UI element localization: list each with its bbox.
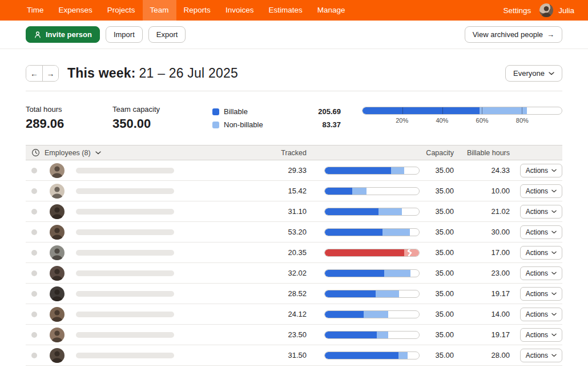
nav-item-team[interactable]: Team: [143, 0, 176, 21]
actions-dropdown-button[interactable]: Actions: [520, 164, 562, 177]
everyone-filter-dropdown[interactable]: Everyone: [505, 65, 562, 82]
employees-header-dropdown[interactable]: Employees (8): [26, 148, 197, 157]
overview-tick-label: 60%: [476, 117, 489, 124]
actions-dropdown-button[interactable]: Actions: [520, 308, 562, 321]
actions-dropdown-button[interactable]: Actions: [520, 184, 562, 198]
billable-hours-value: 10.00: [454, 187, 510, 195]
week-title-bold: This week:: [67, 66, 136, 80]
billable-segment: [325, 311, 364, 318]
stats-summary: Total hours 289.06 Team capacity 350.00 …: [0, 91, 588, 131]
capacity-overview: 20%40%60%80%: [362, 105, 562, 131]
capacity-value: 35.00: [420, 289, 454, 298]
employee-avatar: [50, 184, 65, 199]
capacity-value: 35.00: [420, 187, 454, 195]
capacity-value: 35.00: [420, 351, 454, 359]
nav-settings[interactable]: Settings: [500, 6, 534, 15]
user-avatar[interactable]: [539, 3, 553, 17]
employees-header-label: Employees (8): [45, 149, 91, 157]
employee-avatar: [50, 204, 65, 219]
hours-progress-bar: [324, 331, 420, 339]
billable-hours-value: 17.00: [454, 248, 510, 257]
billable-legend-values: 205.6983.37: [301, 105, 341, 131]
column-header-tracked: Tracked: [197, 149, 307, 157]
view-archived-label: View archived people: [473, 30, 543, 39]
table-row: 53.2035.0030.00Actions: [26, 222, 562, 242]
actions-dropdown-button[interactable]: Actions: [520, 266, 562, 280]
capacity-value: 35.00: [420, 269, 454, 277]
capacity-overview-bar: [362, 107, 562, 115]
overview-tick-label: 80%: [516, 117, 529, 124]
actions-dropdown-button[interactable]: Actions: [520, 205, 562, 219]
presence-dot-icon: [31, 353, 37, 358]
legend-value: 83.37: [301, 118, 341, 131]
next-week-button[interactable]: →: [42, 66, 58, 81]
actions-dropdown-button[interactable]: Actions: [520, 246, 562, 260]
employee-name-placeholder: [76, 291, 174, 297]
table-row: 20.3535.0017.00Actions: [26, 242, 562, 263]
actions-dropdown-button[interactable]: Actions: [520, 349, 562, 362]
everyone-filter-label: Everyone: [513, 69, 545, 78]
employee-name-placeholder: [76, 312, 174, 317]
chevron-down-icon: [551, 313, 557, 316]
previous-week-button[interactable]: ←: [26, 66, 42, 81]
actions-label: Actions: [526, 249, 548, 257]
actions-label: Actions: [526, 208, 548, 216]
actions-dropdown-button[interactable]: Actions: [520, 287, 562, 301]
nav-item-manage[interactable]: Manage: [310, 0, 353, 21]
chevron-down-icon: [551, 251, 557, 254]
hours-progress-bar: [324, 208, 420, 216]
week-nav-arrows: ← →: [26, 65, 59, 82]
nav-items: TimeExpensesProjectsTeamReportsInvoicesE…: [19, 0, 352, 21]
legend-label: Billable: [224, 107, 248, 116]
actions-dropdown-button[interactable]: Actions: [520, 225, 562, 239]
column-header-capacity: Capacity: [420, 149, 454, 157]
billable-hours-value: 28.00: [454, 351, 510, 359]
overview-billable-segment: [363, 107, 480, 114]
person-icon: [34, 31, 42, 39]
nav-user-name[interactable]: Julia: [558, 6, 574, 15]
presence-dot-icon: [31, 250, 37, 256]
actions-label: Actions: [526, 187, 548, 195]
table-body: 29.3335.0024.33Actions15.4235.0010.00Act…: [26, 160, 562, 366]
nav-item-projects[interactable]: Projects: [100, 0, 143, 21]
billable-hours-value: 19.17: [454, 330, 510, 339]
table-row: 23.5035.0019.17Actions: [26, 325, 562, 345]
capacity-value: 35.00: [420, 330, 454, 339]
billable-hours-value: 23.00: [454, 269, 510, 277]
hours-progress-bar: [324, 310, 420, 318]
nav-item-reports[interactable]: Reports: [176, 0, 218, 21]
toolbar: Invite person Import Export View archive…: [0, 21, 588, 49]
actions-dropdown-button[interactable]: Actions: [520, 328, 562, 342]
overview-tick-label: 20%: [396, 117, 408, 124]
clock-icon: [31, 148, 40, 157]
chevron-down-icon: [551, 210, 557, 213]
tracked-hours-value: 20.35: [197, 248, 307, 257]
employee-name-placeholder: [76, 332, 174, 338]
employee-avatar: [50, 307, 65, 322]
billable-hours-value: 30.00: [454, 228, 510, 236]
billable-hours-value: 24.33: [454, 166, 510, 175]
employee-avatar: [50, 266, 65, 281]
chevron-down-icon: [551, 272, 557, 275]
import-button[interactable]: Import: [106, 26, 143, 43]
hours-progress-bar: [324, 167, 420, 175]
export-button[interactable]: Export: [148, 26, 186, 43]
billable-legend: BillableNon-billable: [212, 105, 301, 131]
total-hours-label: Total hours: [26, 105, 112, 114]
nav-item-estimates[interactable]: Estimates: [261, 0, 309, 21]
billable-segment: [325, 270, 384, 277]
nav-item-expenses[interactable]: Expenses: [51, 0, 100, 21]
tracked-hours-value: 23.50: [197, 330, 307, 339]
tracked-hours-value: 32.02: [197, 269, 307, 277]
employee-avatar: [50, 163, 65, 178]
team-capacity-value: 350.00: [112, 116, 212, 131]
nav-item-invoices[interactable]: Invoices: [218, 0, 261, 21]
invite-person-button[interactable]: Invite person: [26, 26, 100, 43]
capacity-value: 35.00: [420, 207, 454, 216]
billable-segment: [325, 208, 378, 215]
tracked-hours-value: 15.42: [197, 187, 307, 195]
view-archived-people-button[interactable]: View archived people →: [465, 26, 562, 43]
hours-progress-bar: [324, 269, 420, 277]
nav-item-time[interactable]: Time: [19, 0, 51, 21]
billable-segment: [325, 290, 376, 297]
